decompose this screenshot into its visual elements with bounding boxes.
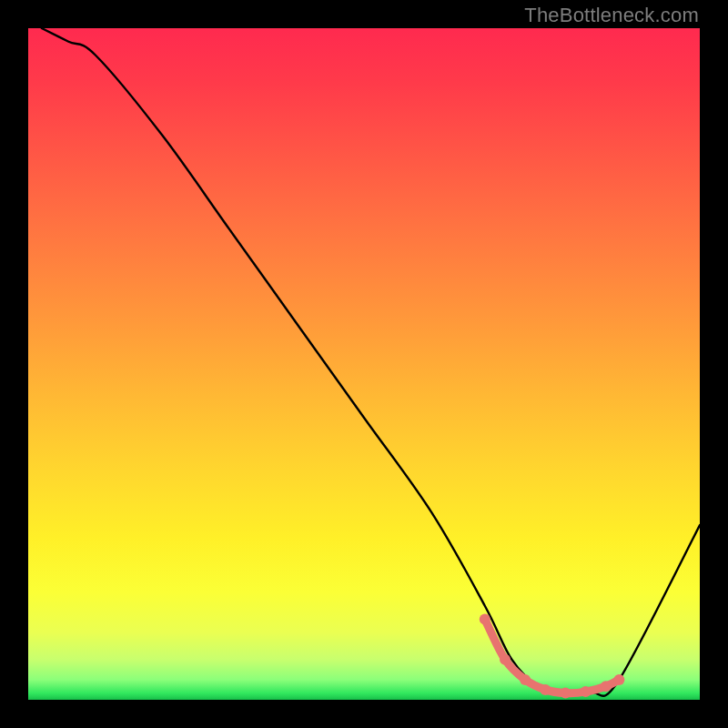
highlight-dot <box>601 681 612 692</box>
chart-stage: TheBottleneck.com <box>0 0 728 728</box>
highlight-dot <box>480 613 490 624</box>
bottleneck-curve-path <box>42 28 700 696</box>
plot-area <box>28 28 700 700</box>
highlight-dot <box>540 684 551 695</box>
highlight-dot <box>500 654 511 665</box>
watermark-text: TheBottleneck.com <box>524 4 699 27</box>
highlight-dot <box>613 674 624 685</box>
chart-svg <box>28 28 700 700</box>
highlight-segment <box>480 613 625 698</box>
highlight-dot <box>520 674 531 685</box>
highlight-dot <box>560 688 571 699</box>
highlight-dot <box>581 686 592 697</box>
